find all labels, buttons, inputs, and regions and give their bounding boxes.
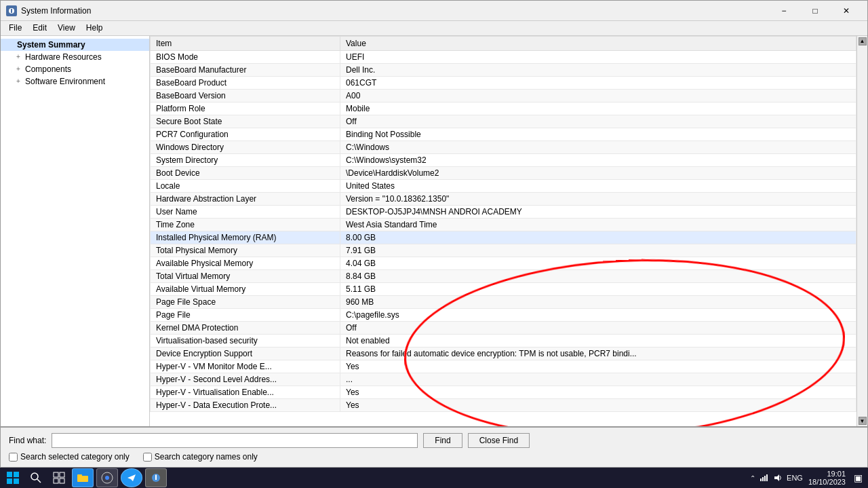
table-row: BaseBoard ManufacturerDell Inc. bbox=[151, 63, 856, 76]
taskbar: ⌃ ENG 19:01 18/10/2023 ▣ bbox=[0, 468, 868, 488]
table-cell-item: Page File Space bbox=[151, 295, 340, 308]
scroll-down-button[interactable]: ▼ bbox=[859, 417, 867, 425]
table-cell-item: BaseBoard Manufacturer bbox=[151, 63, 340, 76]
table-cell-value: West Asia Standard Time bbox=[340, 218, 856, 231]
start-button[interactable] bbox=[3, 468, 23, 487]
search-selected-category-checkbox[interactable] bbox=[9, 453, 18, 462]
taskbar-app-explorer[interactable] bbox=[72, 468, 94, 487]
svg-line-8 bbox=[37, 479, 41, 483]
svg-rect-3 bbox=[7, 472, 12, 477]
show-hidden-icons[interactable]: ⌃ bbox=[750, 474, 755, 482]
table-cell-item: Available Physical Memory bbox=[151, 257, 340, 269]
svg-rect-22 bbox=[764, 476, 766, 481]
table-row: Hyper-V - Virtualisation Enable...Yes bbox=[151, 386, 856, 398]
table-cell-item: PCR7 Configuration bbox=[151, 128, 340, 140]
table-row: Available Physical Memory4.04 GB bbox=[151, 257, 856, 269]
table-row: BaseBoard VersionA00 bbox=[151, 89, 856, 102]
menu-file[interactable]: File bbox=[3, 22, 27, 34]
taskbar-app-chrome[interactable] bbox=[96, 468, 118, 487]
app-icon bbox=[6, 5, 17, 16]
table-cell-item: Hyper-V - Second Level Addres... bbox=[151, 373, 340, 386]
table-row: Platform RoleMobile bbox=[151, 102, 856, 115]
search-category-names-checkbox[interactable] bbox=[143, 453, 152, 462]
table-cell-item: BIOS Mode bbox=[151, 50, 340, 63]
svg-rect-19 bbox=[155, 475, 157, 476]
table-cell-value: C:\Windows bbox=[340, 140, 856, 153]
table-cell-item: Boot Device bbox=[151, 166, 340, 179]
scrollbar[interactable]: ▲ ▼ bbox=[856, 36, 867, 426]
col-header-item: Item bbox=[151, 36, 340, 50]
table-cell-value: United States bbox=[340, 179, 856, 192]
taskbar-app-telegram[interactable] bbox=[121, 468, 142, 487]
table-row: Kernel DMA ProtectionOff bbox=[151, 321, 856, 334]
table-cell-item: Installed Physical Memory (RAM) bbox=[151, 231, 340, 244]
table-cell-value: \Device\HarddiskVolume2 bbox=[340, 166, 856, 179]
left-panel: System Summary + Hardware Resources + Co… bbox=[1, 36, 150, 426]
menu-view[interactable]: View bbox=[52, 22, 81, 34]
svg-rect-18 bbox=[155, 476, 157, 480]
language-indicator: ENG bbox=[787, 474, 803, 482]
table-cell-item: Hyper-V - Virtualisation Enable... bbox=[151, 386, 340, 398]
table-cell-value: 061CGT bbox=[340, 76, 856, 89]
table-cell-item: Time Zone bbox=[151, 218, 340, 231]
table-cell-value: Yes bbox=[340, 386, 856, 398]
minimize-button[interactable]: − bbox=[768, 1, 800, 21]
scroll-up-button[interactable]: ▲ bbox=[859, 37, 867, 45]
search-taskbar-button[interactable] bbox=[26, 468, 46, 487]
sidebar-item-software-environment[interactable]: + Software Environment bbox=[1, 75, 149, 88]
table-cell-value: 7.91 GB bbox=[340, 244, 856, 257]
table-cell-value: Mobile bbox=[340, 102, 856, 115]
sidebar-item-system-summary[interactable]: System Summary bbox=[1, 39, 149, 51]
table-cell-item: Hyper-V - Data Execution Prote... bbox=[151, 398, 340, 411]
table-row: Time ZoneWest Asia Standard Time bbox=[151, 218, 856, 231]
table-cell-item: Windows Directory bbox=[151, 140, 340, 153]
svg-rect-11 bbox=[54, 478, 58, 483]
svg-rect-14 bbox=[77, 474, 82, 476]
info-table: Item Value BIOS ModeUEFIBaseBoard Manufa… bbox=[150, 36, 856, 412]
close-button[interactable]: ✕ bbox=[831, 1, 862, 21]
table-row: Total Virtual Memory8.84 GB bbox=[151, 269, 856, 282]
taskbar-app-sysinfo[interactable] bbox=[145, 468, 167, 487]
search-selected-category-label: Search selected category only bbox=[9, 452, 130, 462]
table-row: System DirectoryC:\Windows\system32 bbox=[151, 153, 856, 166]
svg-rect-13 bbox=[77, 476, 88, 482]
table-cell-value: ... bbox=[340, 373, 856, 386]
table-row: Hardware Abstraction LayerVersion = "10.… bbox=[151, 192, 856, 205]
table-cell-item: Total Virtual Memory bbox=[151, 269, 340, 282]
svg-rect-6 bbox=[14, 478, 19, 484]
find-bar: Find what: Find Close Find Search select… bbox=[1, 426, 867, 467]
expander-icon: + bbox=[14, 77, 22, 86]
svg-rect-4 bbox=[14, 472, 19, 477]
table-cell-item: System Directory bbox=[151, 153, 340, 166]
svg-rect-9 bbox=[54, 472, 58, 477]
menu-edit[interactable]: Edit bbox=[27, 22, 52, 34]
title-bar: System Information − □ ✕ bbox=[1, 1, 867, 21]
table-row: Hyper-V - Data Execution Prote...Yes bbox=[151, 398, 856, 411]
clock: 19:01 18/10/2023 bbox=[808, 470, 846, 486]
menu-bar: File Edit View Help bbox=[1, 21, 867, 36]
table-cell-value: 4.04 GB bbox=[340, 257, 856, 269]
find-input[interactable] bbox=[52, 433, 418, 448]
notification-icon[interactable]: ▣ bbox=[851, 472, 865, 483]
close-find-button[interactable]: Close Find bbox=[468, 433, 530, 448]
window-controls: − □ ✕ bbox=[768, 1, 862, 21]
sidebar-item-hardware-resources[interactable]: + Hardware Resources bbox=[1, 51, 149, 63]
table-row: Hyper-V - VM Monitor Mode E...Yes bbox=[151, 360, 856, 373]
network-icon bbox=[760, 473, 769, 483]
table-cell-value: Off bbox=[340, 321, 856, 334]
find-button[interactable]: Find bbox=[423, 433, 462, 448]
svg-rect-10 bbox=[60, 472, 64, 477]
maximize-button[interactable]: □ bbox=[800, 1, 831, 21]
table-cell-item: Platform Role bbox=[151, 102, 340, 115]
task-view-button[interactable] bbox=[49, 468, 69, 487]
find-label: Find what: bbox=[9, 436, 46, 445]
table-cell-value: DESKTOP-OJ5JPJ4\MNSH ANDROI ACADEMY bbox=[340, 205, 856, 218]
table-cell-item: Device Encryption Support bbox=[151, 347, 340, 360]
table-row: Installed Physical Memory (RAM)8.00 GB bbox=[151, 231, 856, 244]
svg-rect-12 bbox=[60, 478, 64, 483]
sidebar-item-components[interactable]: + Components bbox=[1, 63, 149, 75]
menu-help[interactable]: Help bbox=[81, 22, 108, 34]
table-row: User NameDESKTOP-OJ5JPJ4\MNSH ANDROI ACA… bbox=[151, 205, 856, 218]
table-row: Hyper-V - Second Level Addres...... bbox=[151, 373, 856, 386]
table-cell-item: Locale bbox=[151, 179, 340, 192]
